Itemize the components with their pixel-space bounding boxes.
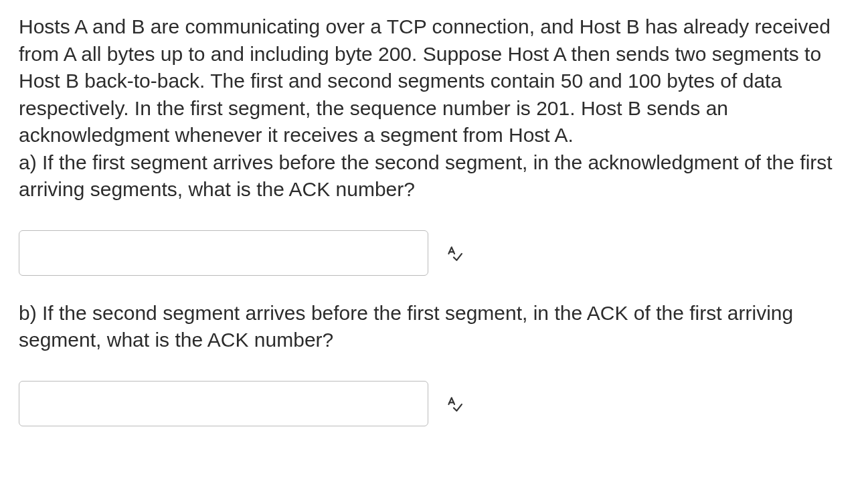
spellcheck-icon xyxy=(444,244,463,262)
answer-input-a[interactable] xyxy=(19,230,428,276)
question-part-b-text: b) If the second segment arrives before … xyxy=(19,302,793,351)
question-part-b: b) If the second segment arrives before … xyxy=(19,300,849,354)
answer-group-b xyxy=(19,381,849,426)
answer-group-a xyxy=(19,230,849,276)
question-part-a-text: a) If the first segment arrives before t… xyxy=(19,151,833,201)
spellcheck-icon xyxy=(444,394,463,413)
answer-input-b[interactable] xyxy=(19,381,428,426)
question-intro-text: Hosts A and B are communicating over a T… xyxy=(19,15,831,146)
question-intro: Hosts A and B are communicating over a T… xyxy=(19,13,849,203)
